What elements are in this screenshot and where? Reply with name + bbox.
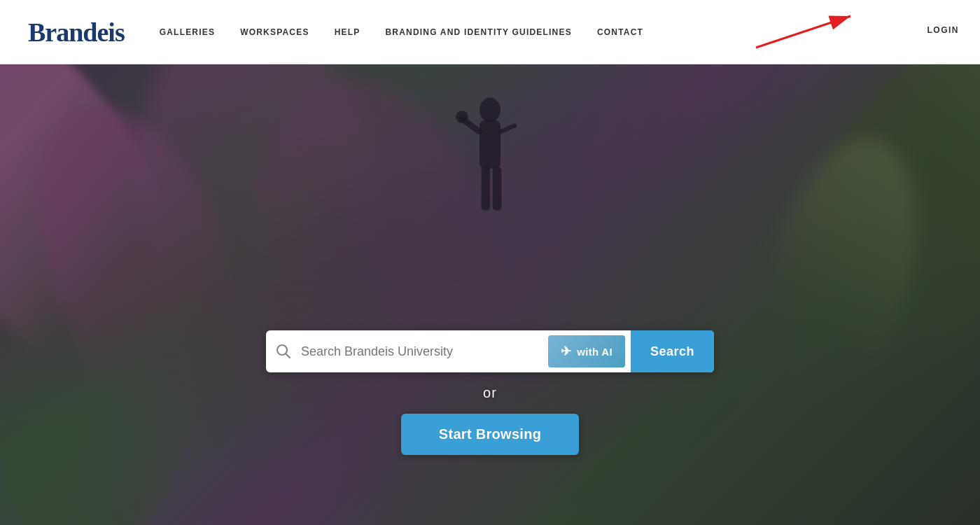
login-button[interactable]: LOGIN bbox=[927, 25, 960, 35]
site-logo[interactable]: Brandeis bbox=[28, 17, 125, 48]
navbar: Brandeis GALLERIES WORKSPACES HELP BRAND… bbox=[0, 0, 980, 64]
nav-item-galleries[interactable]: GALLERIES bbox=[160, 27, 215, 37]
hero-overlay bbox=[0, 64, 980, 525]
search-button[interactable]: Search bbox=[631, 330, 714, 372]
start-browsing-button[interactable]: Start Browsing bbox=[401, 414, 579, 455]
nav-item-workspaces[interactable]: WORKSPACES bbox=[240, 27, 309, 37]
nav-item-branding[interactable]: BRANDING AND IDENTITY GUIDELINES bbox=[385, 27, 571, 37]
svg-line-10 bbox=[286, 354, 290, 358]
search-input[interactable] bbox=[301, 344, 548, 359]
hero-section: ✈ with AI Search or Start Browsing bbox=[0, 64, 980, 525]
ai-search-button[interactable]: ✈ with AI bbox=[548, 335, 625, 368]
search-bar: ✈ with AI Search bbox=[266, 330, 714, 372]
hero-content: ✈ with AI Search or Start Browsing bbox=[245, 330, 735, 455]
nav-item-help[interactable]: HELP bbox=[335, 27, 360, 37]
or-divider: or bbox=[483, 385, 497, 401]
search-icon bbox=[266, 344, 301, 359]
nav-links: GALLERIES WORKSPACES HELP BRANDING AND I… bbox=[160, 27, 952, 37]
nav-item-contact[interactable]: CONTACT bbox=[597, 27, 643, 37]
ai-icon: ✈ bbox=[561, 344, 571, 359]
ai-button-label: with AI bbox=[577, 346, 612, 358]
